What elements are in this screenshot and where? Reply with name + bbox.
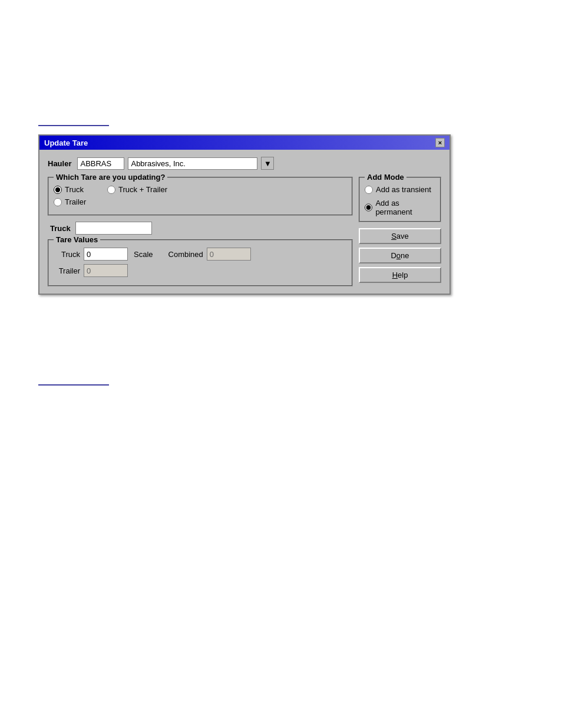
tare-values-legend: Tare Values [54,235,100,244]
tare-radio-truck[interactable] [54,186,62,194]
add-mode-permanent-label: Add as permanent [375,199,435,216]
tare-trailer-row: Trailer [54,264,347,277]
dialog-body: Hauler ▼ Which Tare are you updating? [39,150,449,294]
scale-label: Scale [134,250,153,259]
dialog-titlebar: Update Tare × [39,136,449,150]
combined-label: Combined [168,250,203,259]
tare-truck-trailer-label: Truck + Trailer [118,185,167,194]
add-mode-radio-permanent[interactable] [365,203,372,212]
add-mode-permanent[interactable]: Add as permanent [365,199,435,216]
add-mode-transient[interactable]: Add as transient [365,185,435,194]
which-tare-group: Which Tare are you updating? Truck [48,177,353,216]
right-panel: Add Mode Add as transient Add as permane… [359,177,441,286]
combined-input [207,248,251,261]
truck-input-label: Truck [50,224,71,233]
buttons-panel: Save Done Help [359,228,441,283]
tare-option-trailer[interactable]: Trailer [54,197,86,206]
done-button[interactable]: Done [359,248,441,263]
hauler-row: Hauler ▼ [48,157,441,170]
done-label: Done [391,251,409,260]
truck-id-input[interactable] [75,222,152,235]
main-row: Which Tare are you updating? Truck [48,177,441,286]
tare-values-group: Tare Values Truck Scale Combined [48,239,353,286]
hauler-label: Hauler [48,159,71,168]
add-mode-radio-transient[interactable] [365,186,373,194]
tare-truck-row: Truck Scale Combined [54,248,347,261]
close-button[interactable]: × [435,138,445,147]
help-button[interactable]: Help [359,267,441,283]
update-tare-dialog: Update Tare × Hauler ▼ Which Tare are yo… [38,134,451,295]
hauler-name-input[interactable] [128,157,257,170]
tare-radio-row-2: Trailer [54,197,347,206]
tare-option-truck[interactable]: Truck [54,185,84,194]
tare-option-truck-trailer[interactable]: Truck + Trailer [107,185,167,194]
tare-trailer-label: Trailer [65,197,86,206]
hauler-dropdown-button[interactable]: ▼ [261,157,274,170]
hauler-code-input[interactable] [77,157,124,170]
tare-trailer-label: Trailer [54,266,80,275]
tare-radio-row-1: Truck Truck + Trailer [54,185,347,194]
top-underline-bar [38,125,109,126]
tare-truck-input[interactable] [84,248,128,261]
truck-input-row: Truck [48,222,353,235]
help-label: Help [392,271,408,279]
which-tare-legend: Which Tare are you updating? [54,173,167,182]
left-panel: Which Tare are you updating? Truck [48,177,353,286]
dialog-title: Update Tare [44,139,88,147]
tare-truck-label: Truck [54,250,80,259]
add-mode-transient-label: Add as transient [376,185,431,194]
add-mode-legend: Add Mode [365,173,406,182]
tare-radio-trailer[interactable] [54,198,62,206]
save-button[interactable]: Save [359,228,441,244]
add-mode-group: Add Mode Add as transient Add as permane… [359,177,441,222]
tare-truck-label: Truck [65,185,84,194]
tare-radio-truck-trailer[interactable] [107,186,115,194]
tare-trailer-input[interactable] [84,264,128,277]
save-label: Save [391,232,409,241]
bottom-underline-bar [38,384,109,386]
